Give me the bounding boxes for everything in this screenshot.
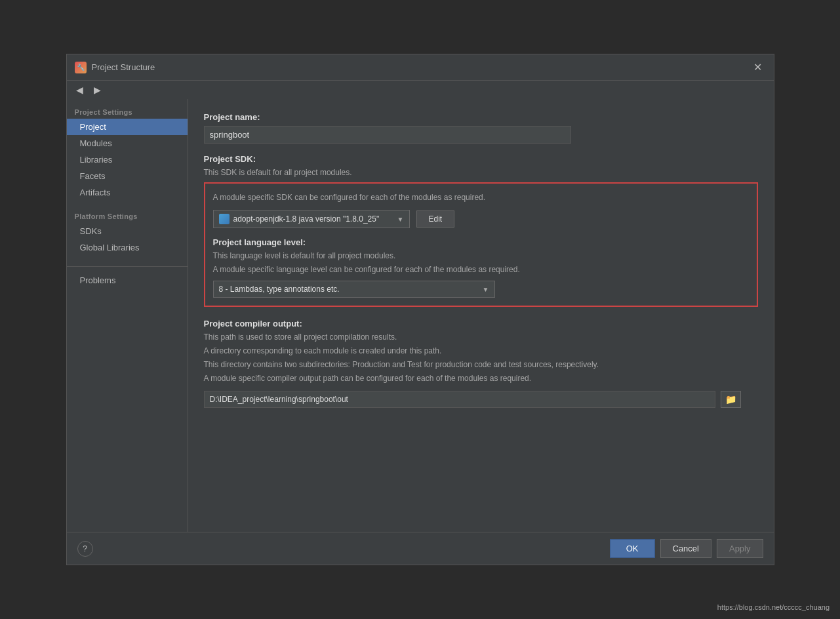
language-dropdown-arrow: ▼ [483, 286, 489, 293]
sdk-dropdown-inner: adopt-openjdk-1.8 java version "1.8.0_25… [219, 214, 380, 224]
sidebar-item-global-libraries[interactable]: Global Libraries [67, 239, 188, 256]
sidebar-item-artifacts-label: Artifacts [80, 188, 111, 197]
sidebar-item-artifacts[interactable]: Artifacts [67, 184, 188, 201]
sdk-dropdown[interactable]: adopt-openjdk-1.8 java version "1.8.0_25… [213, 210, 410, 228]
footer-left: ? [77, 541, 93, 557]
title-bar: 🔧 Project Structure ✕ [67, 54, 774, 81]
language-dropdown[interactable]: 8 - Lambdas, type annotations etc. ▼ [213, 281, 495, 298]
sdk-edit-button[interactable]: Edit [416, 210, 455, 228]
compiler-desc1: This path is used to store all project c… [204, 331, 758, 343]
sdk-section-title: Project SDK: [204, 154, 758, 164]
nav-bar: ◀ ▶ [67, 81, 774, 99]
sidebar-item-project-label: Project [80, 122, 106, 132]
watermark: https://blog.csdn.net/ccccc_chuang [717, 603, 830, 611]
sdk-language-box: A module specific SDK can be configured … [204, 182, 758, 307]
folder-icon: 📁 [725, 394, 736, 405]
language-desc1: This language level is default for all p… [213, 250, 749, 262]
sdk-row: adopt-openjdk-1.8 java version "1.8.0_25… [213, 210, 749, 228]
sidebar-item-problems-label: Problems [80, 275, 116, 285]
ok-button[interactable]: OK [610, 539, 655, 558]
back-button[interactable]: ◀ [73, 83, 86, 96]
app-icon: 🔧 [75, 62, 87, 73]
sdk-dropdown-arrow: ▼ [397, 216, 404, 223]
apply-button[interactable]: Apply [717, 539, 763, 558]
sidebar-item-modules[interactable]: Modules [67, 135, 188, 151]
sidebar-item-problems[interactable]: Problems [67, 272, 188, 289]
cancel-button[interactable]: Cancel [660, 539, 711, 558]
sidebar-item-libraries-label: Libraries [80, 155, 113, 165]
folder-browse-button[interactable]: 📁 [721, 391, 741, 408]
help-button[interactable]: ? [77, 541, 93, 557]
compiler-desc4: A module specific compiler output path c… [204, 372, 758, 384]
project-settings-section-label: Project Settings [67, 104, 188, 119]
platform-settings-section-label: Platform Settings [67, 209, 188, 223]
project-name-label: Project name: [204, 112, 758, 122]
sidebar-item-project[interactable]: Project [67, 119, 188, 135]
close-button[interactable]: ✕ [750, 60, 766, 75]
language-value-label: 8 - Lambdas, type annotations etc. [219, 285, 340, 294]
compiler-section-title: Project compiler output: [204, 319, 758, 329]
main-panel: Project name: Project SDK: This SDK is d… [188, 99, 774, 532]
language-desc2: A module specific language level can be … [213, 264, 749, 275]
sdk-desc1: This SDK is default for all project modu… [204, 167, 758, 178]
dialog-title: Project Structure [92, 62, 155, 72]
sidebar-item-libraries[interactable]: Libraries [67, 151, 188, 168]
dialog-footer: ? OK Cancel Apply [67, 532, 774, 565]
sidebar-item-global-libraries-label: Global Libraries [80, 243, 140, 252]
compiler-desc3: This directory contains two subdirectori… [204, 359, 758, 370]
content-area: Project Settings Project Modules Librari… [67, 99, 774, 532]
forward-button[interactable]: ▶ [91, 83, 104, 96]
compiler-output-input[interactable] [204, 391, 715, 408]
sdk-value-label: adopt-openjdk-1.8 java version "1.8.0_25… [233, 214, 380, 224]
language-section-title: Project language level: [213, 237, 749, 247]
sidebar: Project Settings Project Modules Librari… [67, 99, 188, 532]
footer-right: OK Cancel Apply [610, 539, 763, 558]
sdk-desc2: A module specific SDK can be configured … [213, 191, 749, 203]
compiler-desc2: A directory corresponding to each module… [204, 345, 758, 357]
sdk-icon [219, 214, 230, 224]
sidebar-item-facets[interactable]: Facets [67, 168, 188, 184]
project-name-input[interactable] [204, 126, 571, 144]
compiler-output-row: 📁 [204, 391, 758, 408]
sidebar-item-sdks-label: SDKs [80, 226, 102, 236]
sidebar-item-modules-label: Modules [80, 138, 112, 148]
sidebar-item-facets-label: Facets [80, 171, 106, 181]
title-bar-left: 🔧 Project Structure [75, 62, 155, 73]
project-structure-dialog: 🔧 Project Structure ✕ ◀ ▶ Project Settin… [66, 54, 774, 565]
sidebar-item-sdks[interactable]: SDKs [67, 223, 188, 239]
